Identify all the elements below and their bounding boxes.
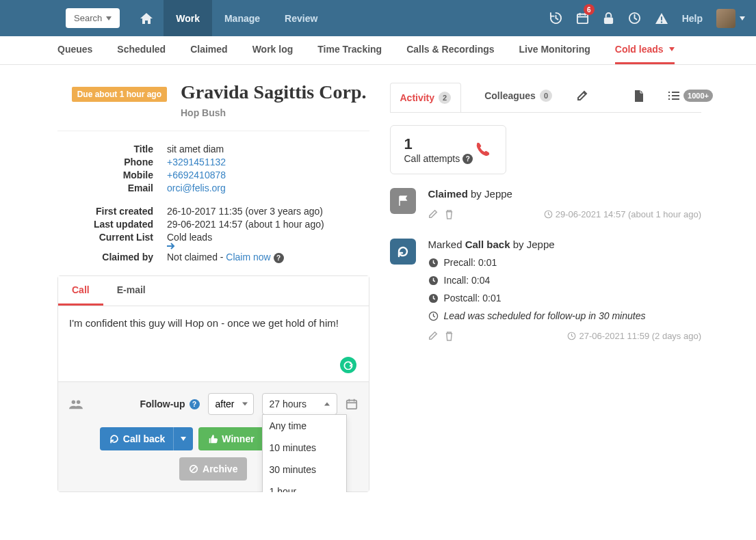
compose-tab-call[interactable]: Call: [58, 276, 103, 306]
help-icon[interactable]: ?: [462, 154, 473, 164]
followup-duration-dropdown: Any time 10 minutes 30 minutes 1 hour 21…: [262, 414, 347, 492]
claimed-stamp: 29-06-2021 14:57 (about 1 hour ago): [556, 209, 701, 219]
tab-colleagues-label: Colleagues: [484, 90, 536, 101]
tab-worklog[interactable]: Work log: [252, 36, 294, 64]
tab-claimed[interactable]: Claimed: [190, 36, 227, 64]
assign-icon[interactable]: [69, 399, 83, 409]
call-attempts-label: Call attempts: [404, 153, 460, 164]
label-current-list: Current List: [57, 232, 167, 249]
option-any-time[interactable]: Any time: [263, 415, 346, 437]
tab-timetracking[interactable]: Time Tracking: [317, 36, 382, 64]
colleagues-count: 0: [540, 90, 552, 102]
clock-icon[interactable]: [628, 12, 641, 25]
lock-icon[interactable]: [603, 12, 614, 25]
tab-scheduled[interactable]: Scheduled: [117, 36, 166, 64]
tab-cold-leads[interactable]: Cold leads: [615, 36, 675, 64]
arrow-right-icon[interactable]: [167, 243, 369, 249]
label-last-updated: Last updated: [57, 219, 167, 230]
call-attempts-num: 1: [404, 135, 473, 153]
trash-icon[interactable]: [445, 209, 454, 219]
callback-by: by Jeppe: [510, 239, 555, 250]
user-menu[interactable]: [716, 9, 745, 28]
document-icon: [634, 90, 644, 102]
warning-icon[interactable]: [655, 12, 668, 25]
tab-live[interactable]: Live Monitoring: [519, 36, 590, 64]
tab-document[interactable]: [633, 82, 645, 112]
clock-icon: [428, 311, 439, 321]
caret-down-icon: [181, 437, 186, 441]
info-table: Title sit amet diam Phone +3291451132 Mo…: [57, 144, 369, 263]
precall-value: Precall: 0:01: [444, 257, 497, 268]
thumbs-up-icon: [208, 434, 218, 444]
archive-label: Archive: [203, 463, 237, 474]
divider: [57, 131, 369, 131]
search-button[interactable]: Search: [66, 8, 120, 28]
claim-now-link[interactable]: Claim now: [226, 252, 270, 262]
calendar-icon[interactable]: 6: [576, 12, 589, 25]
tab-list[interactable]: 1000+: [667, 81, 714, 112]
value-last-updated: 29-06-2021 14:57 (about 1 hour ago): [167, 219, 369, 230]
list-count: 1000+: [683, 90, 713, 102]
option-1-hour[interactable]: 1 hour: [263, 481, 346, 492]
help-icon[interactable]: ?: [190, 399, 200, 409]
edit-icon[interactable]: [428, 331, 438, 341]
note-textarea[interactable]: I'm confident this guy will Hop on - onc…: [58, 306, 369, 381]
note-text: I'm confident this guy will Hop on - onc…: [69, 317, 339, 329]
tab-queues[interactable]: Queues: [57, 36, 92, 64]
compose-tab-email[interactable]: E-mail: [103, 276, 159, 306]
callback-button[interactable]: Call back: [100, 427, 173, 450]
nav-work[interactable]: Work: [164, 0, 212, 36]
clock-icon: [428, 258, 439, 268]
grammarly-icon[interactable]: [340, 357, 356, 373]
followup-when-select[interactable]: after: [208, 393, 254, 415]
edit-icon[interactable]: [428, 209, 438, 219]
list-icon: [668, 91, 679, 100]
sub-nav: Queues Scheduled Claimed Work log Time T…: [0, 36, 756, 65]
svg-rect-10: [346, 401, 356, 409]
value-title: sit amet diam: [167, 144, 369, 154]
archive-button[interactable]: Archive: [179, 457, 247, 481]
nav-manage[interactable]: Manage: [212, 0, 272, 36]
company-subtitle: Hop Bush: [181, 107, 366, 118]
label-mobile: Mobile: [57, 170, 167, 180]
followup-duration-select[interactable]: 27 hours: [262, 393, 337, 415]
tab-calls[interactable]: Calls & Recordings: [406, 36, 494, 64]
claimed-strong: Claimed: [428, 188, 468, 200]
postcall-value: Postcall: 0:01: [444, 293, 501, 303]
home-icon[interactable]: [129, 13, 164, 24]
history-icon[interactable]: [549, 12, 562, 25]
tab-edit[interactable]: [575, 82, 589, 111]
calendar-picker-icon[interactable]: [346, 398, 358, 410]
callback-dropdown[interactable]: [173, 427, 193, 450]
value-email[interactable]: orci@felis.org: [167, 183, 226, 193]
label-claimed-by: Claimed by: [57, 252, 167, 263]
option-30-min[interactable]: 30 minutes: [263, 459, 346, 481]
help-icon[interactable]: ?: [274, 253, 284, 263]
caret-down-icon: [669, 47, 675, 51]
ban-icon: [189, 464, 198, 474]
help-link[interactable]: Help: [682, 13, 703, 24]
label-title: Title: [57, 144, 167, 154]
tab-activity[interactable]: Activity 2: [390, 83, 462, 112]
followup-duration-value: 27 hours: [270, 399, 307, 409]
winner-button[interactable]: Winner: [198, 427, 262, 450]
svg-point-7: [660, 21, 662, 23]
clock-icon: [428, 293, 439, 303]
tab-colleagues[interactable]: Colleagues 0: [483, 81, 553, 112]
callback-prefix: Marked: [428, 239, 465, 250]
clock-icon: [544, 210, 553, 219]
nav-review[interactable]: Review: [272, 0, 330, 36]
timeline-item-claimed: Claimed by Jeppe: [390, 188, 702, 219]
flag-icon: [390, 188, 416, 214]
option-10-min[interactable]: 10 minutes: [263, 437, 346, 459]
value-phone[interactable]: +3291451132: [167, 157, 226, 167]
value-mobile[interactable]: +6692410878: [167, 170, 226, 180]
avatar: [716, 9, 735, 28]
trash-icon[interactable]: [445, 331, 454, 341]
svg-rect-4: [604, 18, 613, 24]
svg-point-8: [72, 401, 75, 404]
compose-panel: Call E-mail I'm confident this guy will …: [57, 275, 369, 492]
svg-line-15: [192, 467, 196, 472]
company-title: Gravida Sagittis Corp.: [181, 81, 366, 103]
calendar-badge: 6: [584, 4, 595, 15]
